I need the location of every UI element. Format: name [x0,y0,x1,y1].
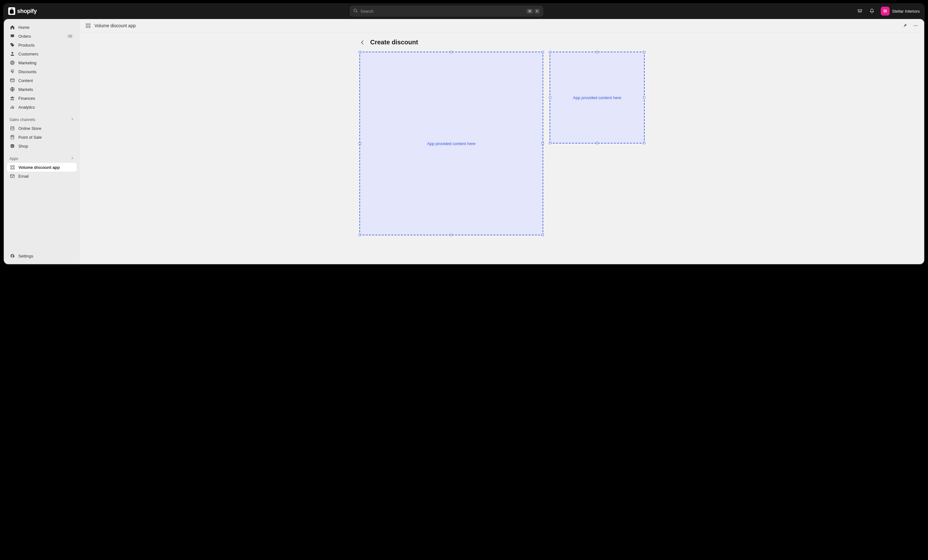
svg-point-24 [915,25,916,26]
sidebar-item-discounts[interactable]: Discounts [7,67,77,76]
search-shortcuts: ⌘ K [527,9,540,14]
mail-icon [9,173,15,179]
svg-rect-12 [11,136,13,137]
store-icon [9,125,15,131]
badge: 15 [66,34,74,38]
svg-rect-20 [89,23,90,25]
chevron-right-icon [70,156,74,161]
sidebar-item-settings[interactable]: Settings [7,251,77,260]
app-header-title: Volume discount app [95,23,136,28]
body-area: HomeOrders15ProductsCustomersMarketingDi… [3,19,925,265]
bank-icon [9,95,15,101]
sidebar-item-analytics[interactable]: Analytics [7,103,77,111]
back-button[interactable] [359,39,366,46]
target-icon [9,60,15,65]
app-frame: shopify Search ⌘ K SI [3,3,925,265]
home-icon [9,24,15,30]
svg-rect-19 [86,23,88,25]
store-switcher[interactable]: SI Stellar Interiors [881,7,920,15]
sidebar-item-label: Finances [18,96,35,101]
sidebar-item-shop[interactable]: Shop [7,142,77,151]
placeholder-text: App provided content here [573,95,621,100]
sales-channels-label: Sales channels [9,117,35,122]
bars-icon [9,104,15,110]
svg-rect-17 [13,168,15,169]
svg-rect-14 [11,165,12,167]
sidebar-item-label: Discounts [18,69,37,74]
sidebar-item-label: Shop [18,144,28,149]
more-button[interactable] [913,23,919,29]
svg-rect-8 [11,107,11,109]
svg-rect-6 [11,79,14,82]
svg-point-23 [914,25,915,26]
pin-button[interactable] [902,23,908,29]
search-placeholder: Search [360,9,373,14]
kbd-cmd: ⌘ [527,9,533,14]
gear-icon [9,253,15,259]
store-name: Stellar Interiors [892,9,920,14]
sidebar-item-home[interactable]: Home [7,23,77,32]
chevron-right-icon [70,117,74,122]
page-title-row: Create discount [359,39,645,46]
inbox-icon [9,33,15,39]
search-icon [353,9,358,14]
sidebar-item-label: Customers [18,52,38,56]
sidebar-item-customers[interactable]: Customers [7,49,77,58]
globe-icon [9,87,15,92]
primary-placeholder: App provided content here [359,52,543,235]
sidebar-item-label: Markets [18,87,33,92]
sidebar-item-content[interactable]: Content [7,76,77,85]
sidebar-item-label: Email [18,174,29,179]
sidebar-item-email[interactable]: Email [7,172,77,181]
sidebar-item-label: Products [18,43,35,47]
sidebar-item-label: Content [18,78,33,83]
sidebar-item-markets[interactable]: Markets [7,85,77,94]
svg-point-2 [11,52,13,53]
sidebar-item-label: Point of Sale [18,135,42,140]
apps-label: Apps [9,157,18,161]
sidebar-item-online-store[interactable]: Online Store [7,124,77,133]
sidebar-item-products[interactable]: Products [7,41,77,49]
person-icon [9,51,15,57]
sidebar-item-label: Home [18,25,29,30]
tag-icon [9,42,15,48]
sidebar-item-label: Marketing [18,61,37,65]
topbar: shopify Search ⌘ K SI [3,3,925,19]
sales-channels-header[interactable]: Sales channels [7,115,77,124]
content-panels: App provided content here App provided c… [359,52,645,235]
svg-rect-15 [13,165,15,167]
main-content: Volume discount app Crea [80,19,924,264]
brand-name: shopify [17,8,37,15]
secondary-placeholder: App provided content here [549,52,645,143]
svg-rect-21 [86,26,88,27]
sidebar-item-marketing[interactable]: Marketing [7,58,77,67]
brand-logo[interactable]: shopify [8,7,37,15]
content-icon [9,78,15,83]
svg-point-0 [354,9,357,11]
pos-icon [9,134,15,140]
sidebar-item-label: Volume discount app [18,165,60,170]
topbar-right: SI Stellar Interiors [857,7,920,15]
bell-icon[interactable] [869,8,875,14]
sidebar-item-volume-discount[interactable]: Volume discount app [7,163,77,172]
sidebar-item-finances[interactable]: Finances [7,94,77,103]
svg-rect-9 [12,106,13,109]
shop-icon [9,143,15,149]
sidebar-item-label: Analytics [18,105,35,110]
sidebar-item-orders[interactable]: Orders15 [7,32,77,41]
svg-rect-10 [13,107,14,109]
apps-header[interactable]: Apps [7,154,77,163]
svg-rect-16 [11,168,12,169]
kbd-k: K [534,9,540,14]
sidebar-item-label: Orders [18,34,31,39]
inbox-icon[interactable] [857,8,863,14]
shopify-bag-icon [8,7,15,15]
svg-rect-22 [89,26,90,27]
sidebar-item-pos[interactable]: Point of Sale [7,133,77,142]
search-input[interactable]: Search ⌘ K [350,6,543,17]
avatar: SI [881,7,890,15]
apps-icon [9,164,15,170]
placeholder-text: App provided content here [427,141,476,146]
apps-icon [85,23,91,28]
sidebar: HomeOrders15ProductsCustomersMarketingDi… [4,19,80,264]
